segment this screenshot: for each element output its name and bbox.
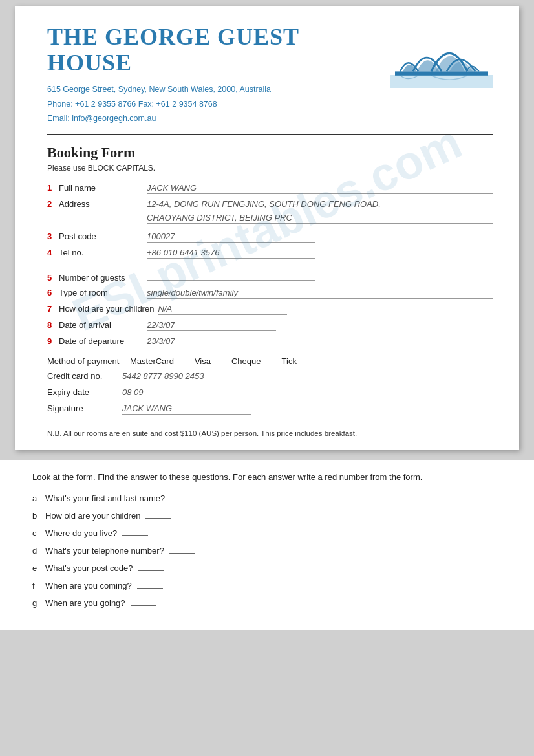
svg-rect-0 (390, 75, 493, 88)
question-text-a: What's your first and last name? (45, 493, 165, 503)
field-label-fullname: Full name (59, 183, 143, 193)
field-label-telno: Tel no. (59, 248, 143, 257)
question-text-b: How old are your children (45, 511, 140, 521)
field-value-guests (147, 270, 315, 281)
question-text-c: Where do you live? (45, 528, 117, 538)
field-value-telno: +86 010 6441 3576 (147, 248, 315, 259)
sydney-opera-house-logo (390, 25, 493, 83)
answer-line-b (145, 510, 171, 519)
question-c-row: c Where do you live? (32, 527, 502, 538)
field-value-address: 12-4A, DONG RUN FENGJING, SOUTH DONG FEN… (147, 199, 493, 226)
answer-line-e (138, 562, 164, 571)
payment-label: Method of payment (47, 356, 125, 366)
question-letter-c: c (32, 528, 45, 538)
signature-value: JACK WANG (122, 404, 251, 415)
field-num-6: 6 (47, 288, 59, 297)
credit-card-row: Credit card no. 5442 8777 8990 2453 (47, 371, 493, 382)
hotel-title: THE GEORGE GUEST HOUSE (47, 25, 383, 76)
field-label-age-children: How old are your children (59, 304, 154, 314)
field-value-fullname: JACK WANG (147, 183, 493, 194)
question-text-d: What's your telephone number? (45, 546, 164, 556)
field-label-guests: Number of guests (59, 273, 143, 283)
hotel-phone-fax: Phone: +61 2 9355 8766 Fax: +61 2 9354 8… (47, 97, 383, 112)
answer-line-g (131, 597, 156, 606)
answer-line-c (122, 527, 148, 536)
field-fullname-row: 1 Full name JACK WANG (47, 183, 493, 194)
signature-label: Signature (47, 404, 118, 413)
hotel-header: THE GEORGE GUEST HOUSE 615 George Street… (47, 25, 493, 126)
nb-note: N.B. All our rooms are en suite and cost… (47, 424, 493, 437)
answer-line-f (137, 579, 163, 589)
answer-line-a (170, 492, 196, 501)
field-label-roomtype: Type of room (59, 288, 143, 297)
credit-card-label: Credit card no. (47, 371, 118, 381)
field-label-postcode: Post code (59, 232, 143, 241)
question-b-row: b How old are your children (32, 510, 502, 521)
question-letter-g: g (32, 598, 45, 608)
svg-rect-1 (395, 71, 488, 75)
questions-intro: Look at the form. Find the answer to the… (32, 471, 502, 484)
question-f-row: f When are you coming? (32, 579, 502, 590)
question-text-g: When are you going? (45, 598, 125, 608)
answer-line-d (169, 545, 195, 554)
payment-options: MasterCard Visa Cheque Tick (130, 356, 297, 366)
field-value-postcode: 100027 (147, 232, 315, 243)
hotel-address: 615 George Street, Sydney, New South Wal… (47, 82, 383, 126)
hotel-address-line: 615 George Street, Sydney, New South Wal… (47, 82, 383, 97)
field-arrival-row: 8 Date of arrival 22/3/07 (47, 320, 493, 331)
option-cheque: Cheque (231, 356, 261, 366)
field-value-roomtype: single/double/twin/family (147, 288, 493, 299)
field-label-address: Address (59, 199, 143, 209)
question-letter-b: b (32, 511, 45, 521)
credit-card-value: 5442 8777 8990 2453 (122, 371, 493, 382)
field-value-departure: 23/3/07 (147, 336, 276, 347)
address-line-1: 12-4A, DONG RUN FENGJING, SOUTH DONG FEN… (147, 199, 493, 210)
header-divider (47, 134, 493, 135)
field-num-4: 4 (47, 248, 59, 257)
field-label-arrival: Date of arrival (59, 320, 143, 330)
question-g-row: g When are you going? (32, 597, 502, 608)
field-departure-row: 9 Date of departure 23/3/07 (47, 336, 493, 347)
expiry-value: 08 09 (122, 387, 251, 398)
question-letter-f: f (32, 581, 45, 590)
field-num-1: 1 (47, 183, 59, 193)
field-age-children-row: 7 How old are your children N/A (47, 304, 493, 315)
form-fields-5-9: 5 Number of guests 6 Type of room single… (47, 270, 493, 347)
hotel-email: Email: info@georgegh.com.au (47, 111, 383, 126)
booking-form-page: ESLprintables.com THE GEORGE GUEST HOUSE… (15, 6, 519, 450)
form-title: Booking Form (47, 144, 493, 161)
field-num-9: 9 (47, 336, 59, 346)
field-telno-row: 4 Tel no. +86 010 6441 3576 (47, 248, 493, 259)
question-text-f: When are you coming? (45, 581, 132, 590)
question-letter-d: d (32, 546, 45, 556)
question-e-row: e What's your post code? (32, 562, 502, 573)
field-address-row: 2 Address 12-4A, DONG RUN FENGJING, SOUT… (47, 199, 493, 226)
field-roomtype-row: 6 Type of room single/double/twin/family (47, 288, 493, 299)
field-num-5: 5 (47, 273, 59, 283)
form-note: Please use BLOCK CAPITALS. (47, 164, 493, 173)
form-fields-1-4: 1 Full name JACK WANG 2 Address 12-4A, D… (47, 183, 493, 259)
question-text-e: What's your post code? (45, 563, 133, 573)
question-a-row: a What's your first and last name? (32, 492, 502, 503)
field-guests-row: 5 Number of guests (47, 270, 493, 283)
field-num-7: 7 (47, 304, 59, 314)
address-line-2: CHAOYANG DISTRICT, BEIJING PRC (147, 213, 493, 224)
payment-section: Method of payment MasterCard Visa Cheque… (47, 356, 493, 415)
question-letter-e: e (32, 563, 45, 573)
question-d-row: d What's your telephone number? (32, 545, 502, 556)
option-tick: Tick (282, 356, 297, 366)
field-label-departure: Date of departure (59, 336, 143, 346)
expiry-label: Expiry date (47, 387, 118, 397)
option-mastercard: MasterCard (130, 356, 174, 366)
field-postcode-row: 3 Post code 100027 (47, 232, 493, 243)
option-visa: Visa (195, 356, 211, 366)
field-num-8: 8 (47, 320, 59, 330)
questions-section: Look at the form. Find the answer to the… (0, 460, 534, 631)
expiry-row: Expiry date 08 09 (47, 387, 493, 398)
field-value-age-children: N/A (158, 304, 287, 315)
hotel-info-block: THE GEORGE GUEST HOUSE 615 George Street… (47, 25, 383, 126)
field-value-arrival: 22/3/07 (147, 320, 276, 331)
field-num-3: 3 (47, 232, 59, 241)
signature-row: Signature JACK WANG (47, 404, 493, 415)
question-letter-a: a (32, 493, 45, 503)
